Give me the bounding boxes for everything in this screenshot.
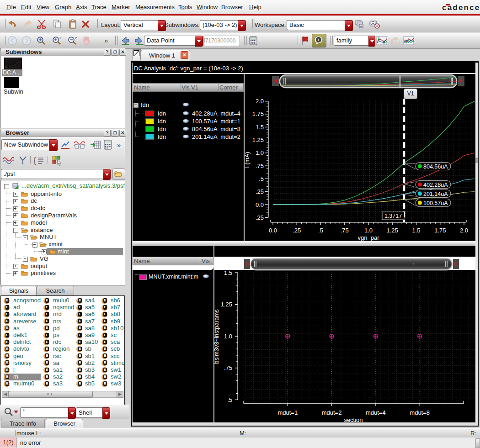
- svg-text:.25: .25: [256, 188, 264, 195]
- svg-text:1.5: 1.5: [256, 124, 264, 131]
- svg-text:I (mA): I (mA): [244, 152, 251, 168]
- svg-text:mdut=8: mdut=8: [410, 409, 430, 416]
- svg-text:mdut=1: mdut=1: [277, 409, 298, 416]
- svg-text:1.3717: 1.3717: [384, 213, 402, 219]
- svg-text:1.5: 1.5: [412, 227, 420, 234]
- svg-text:2: 2: [75, 36, 77, 40]
- svg-text:.5: .5: [259, 175, 264, 182]
- svg-text:.5: .5: [227, 396, 232, 403]
- svg-text:mdut=2: mdut=2: [322, 409, 342, 416]
- svg-text:.75: .75: [341, 227, 349, 234]
- svg-text:2.0: 2.0: [460, 227, 468, 234]
- svg-text:0.0: 0.0: [256, 201, 264, 208]
- svg-text:1.25: 1.25: [387, 227, 398, 234]
- svg-text:vgn_par: vgn_par: [358, 234, 380, 241]
- svg-text:bsim3v3~instparams: bsim3v3~instparams: [213, 309, 220, 364]
- svg-text:0.0: 0.0: [269, 227, 277, 234]
- svg-text:1.0: 1.0: [256, 149, 264, 156]
- svg-text:.25: .25: [293, 227, 301, 234]
- svg-text:2.0: 2.0: [256, 98, 264, 105]
- svg-text:2: 2: [59, 36, 62, 40]
- svg-text:1.75: 1.75: [434, 227, 446, 234]
- svg-text:mdut=4: mdut=4: [366, 409, 386, 416]
- svg-text:.75: .75: [256, 163, 264, 169]
- svg-text:804.56uA: 804.56uA: [423, 163, 448, 170]
- svg-text:1.5: 1.5: [224, 270, 232, 276]
- svg-text:-.25: -.25: [254, 214, 264, 221]
- svg-text:402.28uA: 402.28uA: [423, 182, 448, 188]
- svg-text:100.57uA: 100.57uA: [423, 200, 448, 206]
- svg-text:1.0: 1.0: [224, 333, 232, 340]
- svg-text:1.25: 1.25: [221, 301, 232, 308]
- svg-text:201.14uA: 201.14uA: [423, 191, 448, 197]
- svg-text:1.0: 1.0: [364, 227, 373, 234]
- svg-text:{: {: [33, 156, 36, 165]
- svg-text:1.25: 1.25: [252, 137, 264, 143]
- svg-text:1.75: 1.75: [252, 111, 264, 117]
- svg-text:.75: .75: [224, 364, 232, 371]
- svg-text:.5: .5: [318, 227, 323, 234]
